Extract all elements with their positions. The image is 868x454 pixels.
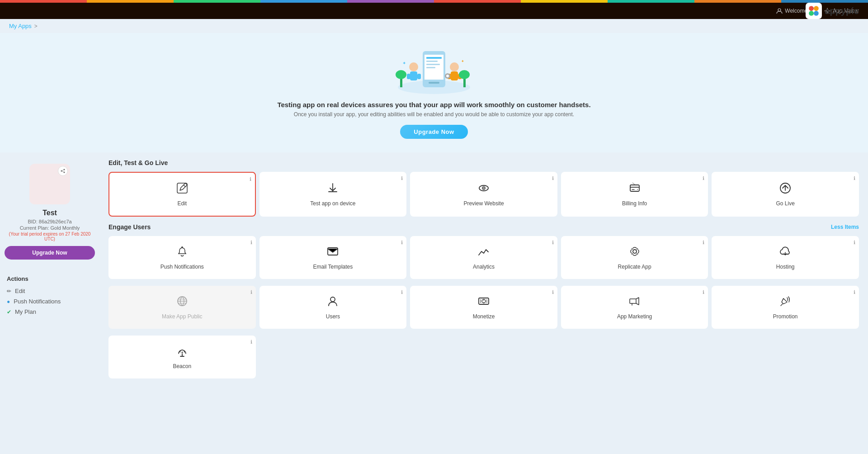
- sidebar-item-edit[interactable]: ✏ Edit: [7, 286, 93, 296]
- engage-section-label: Engage Users: [108, 223, 151, 231]
- info-icon-monetize[interactable]: ℹ: [552, 289, 554, 295]
- preview-card-icon: [477, 182, 490, 198]
- svg-text:✦: ✦: [461, 59, 464, 63]
- info-icon-hosting[interactable]: ℹ: [854, 240, 855, 246]
- edit-section-label: Edit, Test & Go Live: [108, 159, 168, 166]
- replicate-card-icon: [628, 245, 641, 261]
- preview-website-card-label: Preview Website: [463, 200, 504, 207]
- breadcrumb-arrow: >: [34, 23, 38, 29]
- breadcrumb-label[interactable]: My Apps: [9, 23, 32, 29]
- svg-rect-16: [410, 71, 417, 80]
- users-card-label: Users: [326, 313, 340, 320]
- card-make-app-public[interactable]: ℹ Make App Public: [108, 286, 256, 329]
- svg-point-19: [450, 62, 459, 71]
- replicate-icon: [628, 245, 641, 258]
- sidebar-item-my-plan[interactable]: ✔ My Plan: [7, 307, 93, 317]
- svg-point-46: [330, 297, 335, 302]
- appypie-logo-icon: [806, 3, 822, 19]
- my-plan-icon: ✔: [7, 309, 11, 315]
- sidebar-item-push-notifications[interactable]: ● Push Notifications: [7, 296, 93, 307]
- app-card: Test BID: 86a29b26ec7a Current Plan: Gol…: [0, 157, 99, 273]
- svg-point-39: [483, 188, 484, 189]
- svg-point-6: [814, 11, 819, 16]
- trial-warning: (Your trial period expires on 27 Feb 202…: [5, 232, 95, 241]
- globe-icon: [176, 295, 189, 307]
- info-icon-billing[interactable]: ℹ: [703, 175, 704, 181]
- info-icon-promotion[interactable]: ℹ: [854, 289, 855, 295]
- info-icon-email[interactable]: ℹ: [401, 240, 403, 246]
- card-email-templates[interactable]: ℹ Email Templates: [259, 236, 407, 279]
- info-icon-beacon[interactable]: ℹ: [250, 339, 252, 345]
- card-test-app[interactable]: ℹ Test app on device: [259, 172, 407, 217]
- logo-area: appypie: [806, 3, 859, 19]
- card-analytics[interactable]: ℹ Analytics: [410, 236, 557, 279]
- upgrade-now-button[interactable]: Upgrade Now: [400, 125, 467, 139]
- info-icon-marketing[interactable]: ℹ: [703, 289, 704, 295]
- card-app-marketing[interactable]: ℹ App Marketing: [561, 286, 708, 329]
- edit-section-title: Edit, Test & Go Live: [108, 159, 859, 166]
- app-plan: Current Plan: Gold Monthly: [20, 225, 80, 231]
- hosting-card-icon: [779, 245, 792, 261]
- svg-point-33: [64, 172, 65, 173]
- svg-point-0: [778, 9, 781, 11]
- email-card-icon: [326, 245, 339, 261]
- go-live-card-label: Go Live: [776, 200, 795, 207]
- share-button[interactable]: [58, 166, 68, 176]
- info-icon-users[interactable]: ℹ: [401, 289, 403, 295]
- card-go-live[interactable]: ℹ Go Live: [712, 172, 859, 217]
- beacon-grid: ℹ Beacon: [108, 336, 859, 378]
- card-users[interactable]: ℹ Users: [259, 286, 407, 329]
- card-hosting[interactable]: ℹ Hosting: [712, 236, 859, 279]
- app-marketing-card-label: App Marketing: [617, 313, 652, 320]
- edit-icon: ✏: [7, 288, 11, 294]
- info-icon-replicate[interactable]: ℹ: [703, 240, 704, 246]
- info-icon-preview[interactable]: ℹ: [552, 175, 554, 181]
- sidebar-push-label: Push Notifications: [14, 298, 61, 305]
- hero-title: Testing app on real devices assures you …: [277, 101, 590, 109]
- card-edit[interactable]: ℹ Edit: [108, 172, 256, 217]
- svg-point-44: [633, 250, 637, 253]
- hero-subtitle: Once you install your app, your editing …: [294, 111, 574, 118]
- monetize-card-icon: [477, 295, 490, 311]
- analytics-card-icon: [477, 245, 490, 261]
- svg-rect-25: [463, 78, 466, 87]
- info-icon-analytics[interactable]: ℹ: [552, 240, 554, 246]
- users-icon: [326, 295, 339, 307]
- eye-icon: [477, 182, 490, 194]
- cloud-icon: [779, 245, 792, 258]
- sidebar-upgrade-button[interactable]: Upgrade Now: [5, 246, 95, 260]
- billing-info-card-label: Billing Info: [622, 200, 647, 207]
- info-icon-golive[interactable]: ℹ: [854, 175, 855, 181]
- push-notifications-card-icon: [176, 245, 189, 261]
- card-push-notifications[interactable]: ℹ Push Notifications: [108, 236, 256, 279]
- svg-rect-36: [177, 183, 187, 193]
- card-replicate-app[interactable]: ℹ Replicate App: [561, 236, 708, 279]
- svg-point-52: [181, 352, 183, 353]
- billing-icon: [628, 182, 641, 194]
- info-icon-edit[interactable]: ℹ: [250, 176, 251, 182]
- less-items-link[interactable]: Less Items: [831, 224, 859, 230]
- svg-point-32: [61, 170, 62, 172]
- card-beacon[interactable]: ℹ Beacon: [108, 336, 256, 378]
- promotion-card-icon: [779, 295, 792, 311]
- info-icon-push[interactable]: ℹ: [250, 240, 252, 246]
- app-bid: BID: 86a29b26ec7a: [28, 219, 71, 224]
- svg-point-26: [459, 70, 470, 79]
- share-icon: [61, 169, 65, 173]
- sidebar-plan-label: My Plan: [15, 308, 36, 315]
- svg-rect-13: [426, 64, 440, 65]
- card-promotion[interactable]: ℹ Promotion: [712, 286, 859, 329]
- card-billing-info[interactable]: ℹ Billing Info: [561, 172, 708, 217]
- info-icon-test[interactable]: ℹ: [401, 175, 403, 181]
- svg-point-31: [64, 169, 65, 170]
- card-monetize[interactable]: ℹ Monetize: [410, 286, 557, 329]
- edit-card-label: Edit: [177, 200, 187, 207]
- info-icon-make-public[interactable]: ℹ: [250, 289, 252, 295]
- top-header: Welcome ▼ App Maker: [0, 3, 868, 19]
- content-area: Test BID: 86a29b26ec7a Current Plan: Gol…: [0, 152, 868, 392]
- analytics-icon: [477, 245, 490, 258]
- svg-rect-47: [479, 298, 489, 304]
- card-preview-website[interactable]: ℹ Preview Website: [410, 172, 557, 217]
- svg-rect-23: [400, 78, 402, 87]
- megaphone-icon: [628, 295, 641, 307]
